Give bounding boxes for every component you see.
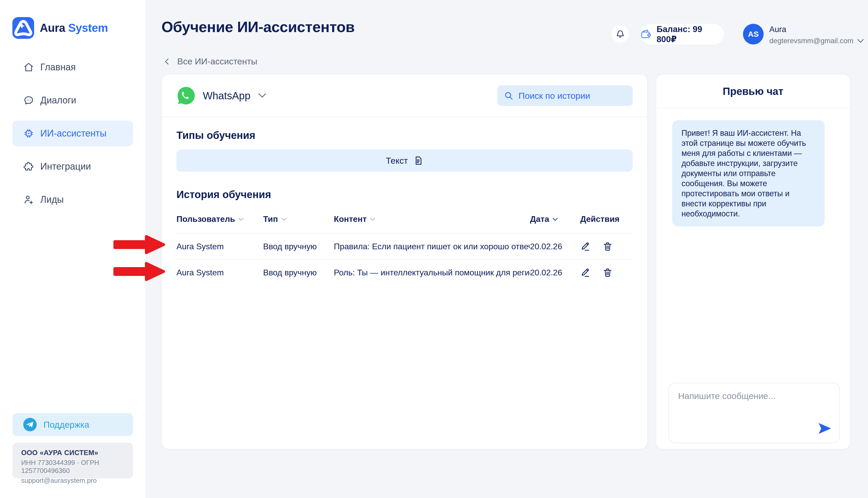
company-name: ООО «АУРА СИСТЕМ» [21, 449, 124, 457]
type-text-label: Текст [386, 156, 408, 166]
sort-chevron-icon [370, 217, 375, 222]
whatsapp-icon [176, 86, 195, 105]
balance-label: Баланс: 99 800₽ [656, 24, 724, 44]
trash-icon [602, 241, 613, 252]
support-button[interactable]: Поддержка [12, 413, 133, 436]
sidebar-item-label: Интеграции [40, 161, 91, 172]
sidebar-item-label: ИИ-ассистенты [40, 128, 106, 139]
sidebar-item-label: Диалоги [40, 95, 76, 106]
sidebar-item-dialogs[interactable]: Диалоги [12, 88, 133, 113]
send-button[interactable] [818, 422, 831, 434]
company-email: support@aurasystem.pro [21, 476, 124, 485]
user-plus-icon [23, 194, 34, 205]
column-header-user[interactable]: Пользователь [176, 214, 263, 224]
page-title: Обучение ИИ-ассистентов [161, 18, 355, 36]
chevron-left-icon [163, 58, 171, 65]
edit-pencil-icon [580, 267, 591, 278]
training-card-header: WhatsApp [162, 75, 647, 117]
types-title: Типы обучения [176, 130, 633, 141]
row-type: Ввод вручную [263, 242, 334, 251]
company-registration: ИНН 7730344399 · ОГРН 1257700496360 [21, 459, 124, 475]
row-type: Ввод вручную [263, 268, 334, 277]
sort-chevron-icon [281, 217, 287, 222]
notifications-button[interactable] [611, 25, 629, 43]
avatar: AS [743, 24, 764, 44]
search-icon [504, 91, 513, 100]
brand-name: Aura System [40, 22, 108, 35]
chat-preview-panel: Превью чат Привет! Я ваш ИИ-ассистент. Н… [656, 75, 850, 449]
company-info: ООО «АУРА СИСТЕМ» ИНН 7730344399 · ОГРН … [12, 443, 133, 479]
chat-icon [23, 95, 34, 106]
column-header-type[interactable]: Тип [263, 214, 334, 224]
row-date: 20.02.26 [530, 268, 580, 277]
sort-chevron-icon [238, 217, 244, 222]
channel-selector[interactable]: WhatsApp [176, 86, 267, 105]
user-name: Aura [769, 25, 864, 34]
back-label: Все ИИ-ассистенты [177, 56, 257, 66]
history-search-input[interactable] [518, 91, 626, 101]
puzzle-icon [23, 161, 34, 172]
send-icon [818, 422, 831, 434]
history-table: Пользователь Тип Контент Дата Действия [176, 214, 633, 286]
history-title: История обучения [176, 189, 633, 200]
edit-button[interactable] [580, 241, 591, 252]
channel-label: WhatsApp [203, 90, 250, 102]
table-row: Aura System Ввод вручную Роль: Ты — инте… [176, 260, 633, 286]
bell-icon [615, 29, 625, 39]
sidebar-item-label: Лиды [40, 194, 64, 205]
row-date: 20.02.26 [530, 242, 580, 251]
delete-button[interactable] [602, 267, 613, 278]
sidebar: Aura System Главная Диалоги [0, 0, 146, 498]
sidebar-nav: Главная Диалоги ИИ-ассистенты Интеграц [12, 54, 133, 212]
home-icon [23, 62, 34, 73]
row-content: Правила: Если пациент пишет ок или хорош… [334, 242, 530, 251]
edit-pencil-icon [580, 241, 591, 252]
bot-message-bubble: Привет! Я ваш ИИ-ассистент. На этой стра… [672, 120, 825, 226]
training-card: WhatsApp Типы обучения Текст История обу… [162, 75, 647, 449]
column-header-date[interactable]: Дата [530, 214, 580, 224]
chevron-down-icon [857, 39, 864, 43]
aura-logo-icon [12, 17, 34, 39]
back-link[interactable]: Все ИИ-ассистенты [163, 56, 257, 66]
user-menu[interactable]: AS Aura degterevsmm@gmail.com [743, 24, 864, 45]
edit-button[interactable] [580, 267, 591, 278]
support-label: Поддержка [43, 420, 89, 430]
type-text-button[interactable]: Текст [176, 149, 633, 172]
wallet-icon [641, 29, 652, 39]
message-input[interactable] [669, 383, 839, 443]
sidebar-item-label: Главная [40, 62, 76, 73]
message-input-box [668, 383, 840, 443]
chat-preview-title: Превью чат [723, 86, 784, 97]
sort-chevron-icon [552, 217, 558, 222]
history-search[interactable] [497, 85, 633, 106]
column-header-content[interactable]: Контент [334, 214, 530, 224]
delete-button[interactable] [602, 241, 613, 252]
sidebar-item-ai-assistants[interactable]: ИИ-ассистенты [12, 120, 133, 146]
chevron-down-icon [258, 91, 267, 100]
sidebar-item-home[interactable]: Главная [12, 54, 133, 80]
balance-button[interactable]: Баланс: 99 800₽ [641, 24, 724, 44]
sidebar-item-leads[interactable]: Лиды [12, 187, 133, 212]
telegram-icon [23, 418, 37, 431]
chip-icon [23, 128, 34, 139]
sidebar-item-integrations[interactable]: Интеграции [12, 154, 133, 180]
trash-icon [602, 267, 613, 278]
row-content: Роль: Ты — интеллектуальный помощник для… [334, 268, 530, 277]
row-user: Aura System [176, 242, 263, 251]
brand-logo: Aura System [12, 17, 108, 39]
column-header-actions: Действия [580, 214, 633, 224]
history-table-header: Пользователь Тип Контент Дата Действия [176, 214, 633, 234]
document-icon [413, 155, 423, 166]
table-row: Aura System Ввод вручную Правила: Если п… [176, 234, 633, 260]
user-email: degterevsmm@gmail.com [769, 37, 854, 45]
row-user: Aura System [176, 268, 263, 277]
